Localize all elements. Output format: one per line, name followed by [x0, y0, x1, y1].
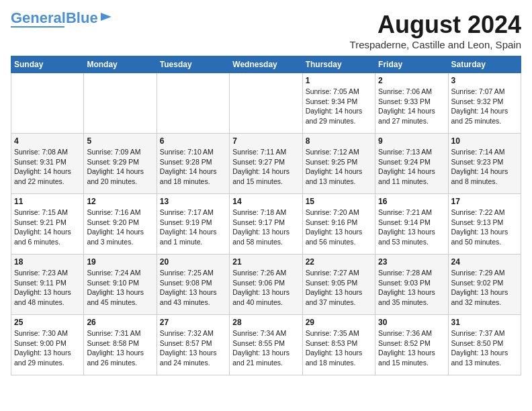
calendar-day-header: Wednesday	[230, 56, 302, 73]
day-number: 4	[14, 136, 81, 146]
day-info: Sunrise: 7:13 AMSunset: 9:24 PMDaylight:…	[378, 147, 445, 187]
day-number: 29	[306, 318, 372, 327]
calendar-day-header: Sunday	[11, 56, 84, 73]
calendar-cell: 11Sunrise: 7:15 AMSunset: 9:21 PMDayligh…	[11, 194, 84, 255]
day-info: Sunrise: 7:23 AMSunset: 9:11 PMDaylight:…	[14, 268, 81, 308]
page-header: GeneralBlue August 2024 Trespaderne, Cas…	[11, 11, 521, 50]
calendar-day-header: Tuesday	[157, 56, 229, 73]
day-info: Sunrise: 7:29 AMSunset: 9:02 PMDaylight:…	[451, 268, 518, 308]
calendar-cell: 16Sunrise: 7:21 AMSunset: 9:14 PMDayligh…	[375, 194, 448, 255]
day-info: Sunrise: 7:15 AMSunset: 9:21 PMDaylight:…	[14, 208, 81, 247]
calendar-table: SundayMondayTuesdayWednesdayThursdayFrid…	[11, 56, 521, 375]
logo: GeneralBlue	[11, 11, 113, 28]
calendar-cell: 22Sunrise: 7:27 AMSunset: 9:05 PMDayligh…	[302, 255, 375, 315]
calendar-cell: 21Sunrise: 7:26 AMSunset: 9:06 PMDayligh…	[230, 255, 302, 315]
calendar-cell: 7Sunrise: 7:11 AMSunset: 9:27 PMDaylight…	[230, 134, 302, 194]
day-number: 11	[14, 197, 81, 206]
day-info: Sunrise: 7:26 AMSunset: 9:06 PMDaylight:…	[232, 268, 299, 308]
calendar-day-header: Saturday	[448, 56, 521, 73]
day-info: Sunrise: 7:09 AMSunset: 9:29 PMDaylight:…	[87, 147, 153, 187]
day-info: Sunrise: 7:16 AMSunset: 9:20 PMDaylight:…	[87, 208, 153, 247]
calendar-day-header: Friday	[375, 56, 448, 73]
calendar-day-header: Monday	[84, 56, 157, 73]
logo-arrow-icon	[99, 10, 113, 24]
calendar-cell: 12Sunrise: 7:16 AMSunset: 9:20 PMDayligh…	[84, 194, 157, 255]
day-number: 3	[451, 76, 518, 85]
day-number: 10	[451, 136, 518, 146]
calendar-cell: 8Sunrise: 7:12 AMSunset: 9:25 PMDaylight…	[302, 134, 375, 194]
day-number: 17	[451, 197, 518, 206]
day-number: 31	[451, 318, 518, 327]
location: Trespaderne, Castille and Leon, Spain	[350, 39, 521, 50]
day-number: 14	[232, 197, 299, 206]
day-info: Sunrise: 7:07 AMSunset: 9:32 PMDaylight:…	[451, 87, 518, 126]
day-number: 23	[378, 257, 445, 267]
calendar-cell: 4Sunrise: 7:08 AMSunset: 9:31 PMDaylight…	[11, 134, 84, 194]
day-info: Sunrise: 7:32 AMSunset: 8:57 PMDaylight:…	[160, 328, 226, 368]
day-number: 18	[14, 257, 81, 267]
calendar-day-header: Thursday	[302, 56, 375, 73]
calendar-cell: 9Sunrise: 7:13 AMSunset: 9:24 PMDaylight…	[375, 134, 448, 194]
day-info: Sunrise: 7:17 AMSunset: 9:19 PMDaylight:…	[160, 208, 226, 247]
calendar-week-row: 4Sunrise: 7:08 AMSunset: 9:31 PMDaylight…	[11, 134, 521, 194]
svg-marker-0	[101, 13, 112, 21]
day-info: Sunrise: 7:21 AMSunset: 9:14 PMDaylight:…	[378, 208, 445, 247]
calendar-cell: 17Sunrise: 7:22 AMSunset: 9:13 PMDayligh…	[448, 194, 521, 255]
calendar-cell: 20Sunrise: 7:25 AMSunset: 9:08 PMDayligh…	[157, 255, 229, 315]
calendar-cell: 28Sunrise: 7:34 AMSunset: 8:55 PMDayligh…	[230, 315, 302, 375]
day-info: Sunrise: 7:08 AMSunset: 9:31 PMDaylight:…	[14, 147, 81, 187]
day-info: Sunrise: 7:20 AMSunset: 9:16 PMDaylight:…	[306, 208, 372, 247]
day-info: Sunrise: 7:05 AMSunset: 9:34 PMDaylight:…	[306, 87, 372, 126]
calendar-cell	[84, 73, 157, 134]
calendar-week-row: 18Sunrise: 7:23 AMSunset: 9:11 PMDayligh…	[11, 255, 521, 315]
day-number: 15	[306, 197, 372, 206]
day-number: 20	[160, 257, 226, 267]
day-info: Sunrise: 7:24 AMSunset: 9:10 PMDaylight:…	[87, 268, 153, 308]
calendar-cell: 18Sunrise: 7:23 AMSunset: 9:11 PMDayligh…	[11, 255, 84, 315]
calendar-cell	[230, 73, 302, 134]
calendar-cell: 30Sunrise: 7:36 AMSunset: 8:52 PMDayligh…	[375, 315, 448, 375]
day-info: Sunrise: 7:31 AMSunset: 8:58 PMDaylight:…	[87, 328, 153, 368]
calendar-week-row: 11Sunrise: 7:15 AMSunset: 9:21 PMDayligh…	[11, 194, 521, 255]
day-number: 19	[87, 257, 153, 267]
day-number: 21	[232, 257, 299, 267]
day-number: 6	[160, 136, 226, 146]
day-number: 22	[306, 257, 372, 267]
month-year: August 2024	[350, 11, 521, 39]
calendar-cell: 23Sunrise: 7:28 AMSunset: 9:03 PMDayligh…	[375, 255, 448, 315]
calendar-cell: 31Sunrise: 7:37 AMSunset: 8:50 PMDayligh…	[448, 315, 521, 375]
calendar-header-row: SundayMondayTuesdayWednesdayThursdayFrid…	[11, 56, 521, 73]
day-number: 25	[14, 318, 81, 327]
day-info: Sunrise: 7:18 AMSunset: 9:17 PMDaylight:…	[232, 208, 299, 247]
calendar-cell: 19Sunrise: 7:24 AMSunset: 9:10 PMDayligh…	[84, 255, 157, 315]
calendar-cell: 13Sunrise: 7:17 AMSunset: 9:19 PMDayligh…	[157, 194, 229, 255]
calendar-cell	[157, 73, 229, 134]
calendar-cell: 6Sunrise: 7:10 AMSunset: 9:28 PMDaylight…	[157, 134, 229, 194]
day-number: 1	[306, 76, 372, 85]
day-info: Sunrise: 7:12 AMSunset: 9:25 PMDaylight:…	[306, 147, 372, 187]
logo-text: GeneralBlue	[11, 11, 98, 26]
day-number: 27	[160, 318, 226, 327]
calendar-cell: 1Sunrise: 7:05 AMSunset: 9:34 PMDaylight…	[302, 73, 375, 134]
calendar-cell: 10Sunrise: 7:14 AMSunset: 9:23 PMDayligh…	[448, 134, 521, 194]
calendar-cell: 2Sunrise: 7:06 AMSunset: 9:33 PMDaylight…	[375, 73, 448, 134]
calendar-cell: 5Sunrise: 7:09 AMSunset: 9:29 PMDaylight…	[84, 134, 157, 194]
day-info: Sunrise: 7:25 AMSunset: 9:08 PMDaylight:…	[160, 268, 226, 308]
day-info: Sunrise: 7:10 AMSunset: 9:28 PMDaylight:…	[160, 147, 226, 187]
day-info: Sunrise: 7:28 AMSunset: 9:03 PMDaylight:…	[378, 268, 445, 308]
day-number: 7	[232, 136, 299, 146]
day-info: Sunrise: 7:22 AMSunset: 9:13 PMDaylight:…	[451, 208, 518, 247]
day-info: Sunrise: 7:11 AMSunset: 9:27 PMDaylight:…	[232, 147, 299, 187]
calendar-cell: 15Sunrise: 7:20 AMSunset: 9:16 PMDayligh…	[302, 194, 375, 255]
day-number: 2	[378, 76, 445, 85]
title-block: August 2024 Trespaderne, Castille and Le…	[350, 11, 521, 50]
calendar-cell: 29Sunrise: 7:35 AMSunset: 8:53 PMDayligh…	[302, 315, 375, 375]
calendar-cell: 24Sunrise: 7:29 AMSunset: 9:02 PMDayligh…	[448, 255, 521, 315]
calendar-cell: 26Sunrise: 7:31 AMSunset: 8:58 PMDayligh…	[84, 315, 157, 375]
day-number: 16	[378, 197, 445, 206]
day-number: 9	[378, 136, 445, 146]
day-info: Sunrise: 7:14 AMSunset: 9:23 PMDaylight:…	[451, 147, 518, 187]
day-info: Sunrise: 7:27 AMSunset: 9:05 PMDaylight:…	[306, 268, 372, 308]
day-info: Sunrise: 7:36 AMSunset: 8:52 PMDaylight:…	[378, 328, 445, 368]
calendar-cell: 25Sunrise: 7:30 AMSunset: 9:00 PMDayligh…	[11, 315, 84, 375]
